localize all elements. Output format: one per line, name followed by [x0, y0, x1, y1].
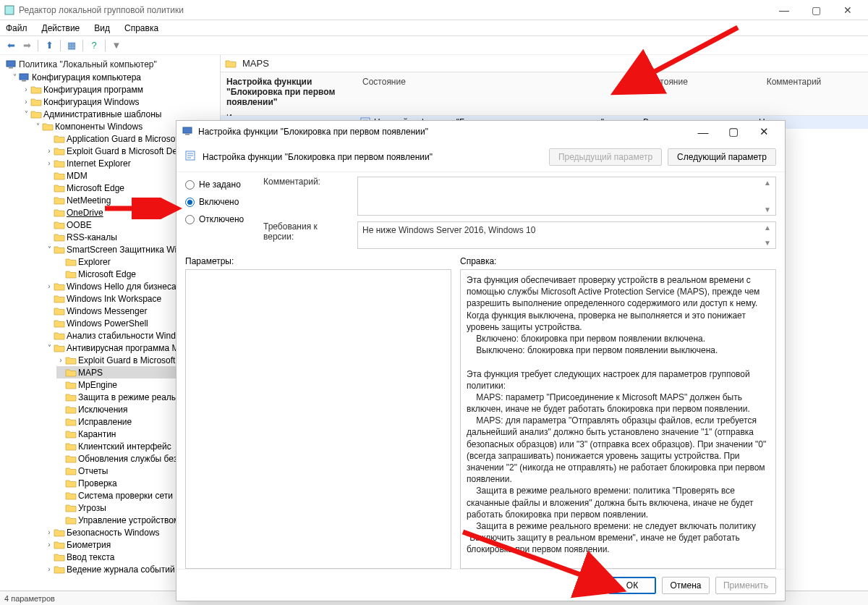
tree-admin-templates[interactable]: ˅Административные шаблоны: [22, 108, 220, 120]
tree-root-label: Политика "Локальный компьютер": [19, 59, 157, 69]
params-label: Параметры:: [185, 256, 451, 266]
apply-button[interactable]: Применить: [715, 577, 776, 594]
toolbar-divider: [38, 40, 38, 51]
column-header-comment[interactable]: Комментарий: [720, 75, 868, 88]
statusbar-text: 4 параметров: [4, 594, 55, 603]
dialog-icon: [182, 126, 194, 138]
menu-view[interactable]: Вид: [91, 22, 113, 35]
toolbar-divider: [82, 40, 83, 51]
cancel-button[interactable]: Отмена: [662, 577, 710, 594]
tree-computer-config[interactable]: ˅Конфигурация компьютера: [10, 71, 220, 83]
column-header-state1[interactable]: Состояние: [358, 75, 640, 88]
toolbar-divider: [105, 40, 106, 51]
help-button[interactable]: ?: [88, 39, 101, 52]
requirements-box: Не ниже Windows Server 2016, Windows 10 …: [357, 221, 776, 249]
help-label: Справка:: [460, 256, 776, 266]
back-button[interactable]: ⬅: [4, 39, 17, 52]
dialog-subicon: [185, 151, 197, 164]
up-button[interactable]: ⬆: [43, 39, 56, 52]
radio-not-configured[interactable]: Не задано: [185, 179, 250, 190]
maximize-button[interactable]: ▢: [800, 4, 832, 16]
app-icon: [4, 5, 16, 15]
ok-button[interactable]: ОК: [608, 577, 656, 594]
svg-rect-3: [5, 6, 14, 14]
comment-textarea[interactable]: ▲▼: [357, 177, 776, 216]
params-box: [185, 269, 451, 569]
requirements-label: Требования к версии:: [263, 221, 350, 249]
radio-disabled[interactable]: Отключено: [185, 214, 250, 224]
menubar: Файл Действие Вид Справка: [0, 20, 868, 36]
show-hide-button[interactable]: ▦: [65, 39, 78, 52]
tree-software-config[interactable]: ›Конфигурация программ: [22, 83, 220, 96]
prev-setting-button[interactable]: Предыдущий параметр: [549, 148, 662, 166]
dialog-close-button[interactable]: ✕: [749, 125, 779, 138]
titlebar: Редактор локальной групповой политики — …: [0, 0, 868, 20]
column-header-state2[interactable]: Состояние: [640, 75, 720, 88]
help-box: Эта функция обеспечивает проверку устрой…: [460, 269, 776, 569]
folder-bar: MAPS: [221, 55, 868, 72]
folder-icon: [225, 59, 237, 68]
dialog-maximize-button[interactable]: ▢: [718, 125, 749, 138]
minimize-button[interactable]: —: [768, 4, 800, 16]
tree-root[interactable]: Политика "Локальный компьютер": [3, 58, 220, 71]
next-setting-button[interactable]: Следующий параметр: [668, 148, 776, 166]
radio-enabled[interactable]: Включено: [185, 197, 250, 207]
close-button[interactable]: ✕: [832, 4, 864, 16]
menu-file[interactable]: Файл: [3, 22, 30, 35]
policy-dialog: Настройка функции "Блокировка при первом…: [176, 120, 786, 601]
dialog-minimize-button[interactable]: —: [688, 126, 718, 138]
tree-windows-config[interactable]: ›Конфигурация Windows: [22, 96, 220, 108]
menu-action[interactable]: Действие: [39, 22, 83, 35]
folder-name: MAPS: [242, 58, 269, 69]
toolbar: ⬅ ➡ ⬆ ▦ ? ▼: [0, 36, 868, 55]
selected-setting-heading: Настройка функции "Блокировка при первом…: [226, 77, 352, 107]
menu-help[interactable]: Справка: [122, 22, 161, 35]
toolbar-divider: [60, 40, 61, 51]
dialog-subtitle: Настройка функции "Блокировка при первом…: [203, 152, 543, 162]
window-title: Редактор локальной групповой политики: [16, 5, 768, 15]
comment-label: Комментарий:: [263, 177, 350, 216]
forward-button[interactable]: ➡: [20, 39, 33, 52]
dialog-title: Настройка функции "Блокировка при первом…: [194, 127, 688, 137]
filter-button[interactable]: ▼: [110, 39, 123, 52]
